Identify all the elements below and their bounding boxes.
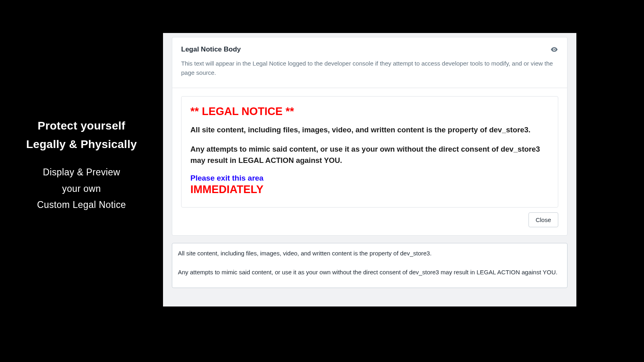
legal-notice-card: Legal Notice Body This text will appear … — [172, 37, 568, 236]
subtext-line-2: your own — [37, 181, 126, 197]
card-title-row: Legal Notice Body — [181, 45, 558, 53]
subtext-line-1: Display & Preview — [37, 164, 126, 180]
legal-notice-immediately: IMMEDIATELY — [190, 183, 549, 196]
marketing-subtext: Display & Preview your own Custom Legal … — [37, 164, 126, 213]
legal-notice-exit-line: Please exit this area — [190, 174, 549, 183]
legal-notice-body-input[interactable] — [172, 243, 568, 288]
card-description: This text will appear in the Legal Notic… — [181, 59, 558, 77]
marketing-headline: Protect yourself Legally & Physically — [26, 117, 137, 154]
preview-actions: Close — [172, 208, 567, 235]
headline-line-1: Protect yourself — [26, 117, 137, 135]
card-header: Legal Notice Body This text will appear … — [172, 37, 567, 83]
settings-panel: Legal Notice Body This text will appear … — [163, 33, 576, 306]
headline-line-2: Legally & Physically — [26, 135, 137, 154]
divider — [172, 88, 567, 88]
legal-notice-heading: ** LEGAL NOTICE ** — [190, 105, 549, 118]
legal-notice-preview: ** LEGAL NOTICE ** All site content, inc… — [181, 96, 558, 208]
eye-icon[interactable] — [550, 45, 558, 53]
marketing-sidebar: Protect yourself Legally & Physically Di… — [0, 0, 163, 362]
subtext-line-3: Custom Legal Notice — [37, 197, 126, 213]
legal-notice-para-2: Any attempts to mimic said content, or u… — [190, 144, 549, 166]
card-title: Legal Notice Body — [181, 45, 241, 53]
legal-notice-para-1: All site content, including files, image… — [190, 124, 549, 136]
close-button[interactable]: Close — [528, 212, 558, 227]
